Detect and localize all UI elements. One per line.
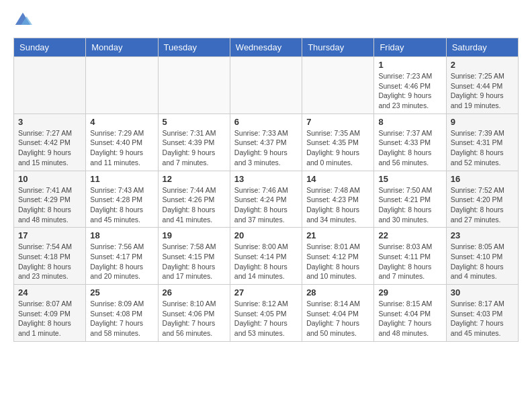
day-number: 20 <box>234 230 298 240</box>
day-number: 22 <box>378 230 441 240</box>
day-info: Sunrise: 7:46 AM Sunset: 4:24 PM Dayligh… <box>234 185 298 225</box>
day-info: Sunrise: 7:37 AM Sunset: 4:33 PM Dayligh… <box>378 128 441 168</box>
calendar-week-row: 1Sunrise: 7:23 AM Sunset: 4:46 PM Daylig… <box>14 57 519 114</box>
day-info: Sunrise: 8:10 AM Sunset: 4:06 PM Dayligh… <box>163 299 226 338</box>
day-info: Sunrise: 8:01 AM Sunset: 4:12 PM Dayligh… <box>306 242 369 281</box>
calendar-cell: 27Sunrise: 8:12 AM Sunset: 4:05 PM Dayli… <box>230 285 302 342</box>
calendar: SundayMondayTuesdayWednesdayThursdayFrid… <box>13 38 519 342</box>
day-info: Sunrise: 7:39 AM Sunset: 4:31 PM Dayligh… <box>451 128 514 168</box>
day-info: Sunrise: 8:07 AM Sunset: 4:09 PM Dayligh… <box>18 299 81 338</box>
calendar-cell: 18Sunrise: 7:56 AM Sunset: 4:17 PM Dayli… <box>86 228 158 285</box>
calendar-cell: 16Sunrise: 7:52 AM Sunset: 4:20 PM Dayli… <box>446 171 518 228</box>
day-number: 7 <box>306 117 369 127</box>
day-number: 3 <box>18 117 81 127</box>
calendar-week-row: 3Sunrise: 7:27 AM Sunset: 4:42 PM Daylig… <box>14 113 519 171</box>
day-info: Sunrise: 7:25 AM Sunset: 4:44 PM Dayligh… <box>451 71 514 111</box>
calendar-cell: 14Sunrise: 7:48 AM Sunset: 4:23 PM Dayli… <box>302 171 374 228</box>
day-info: Sunrise: 8:17 AM Sunset: 4:03 PM Dayligh… <box>451 299 514 338</box>
calendar-day-header: Thursday <box>302 38 374 57</box>
day-info: Sunrise: 8:00 AM Sunset: 4:14 PM Dayligh… <box>234 242 298 281</box>
calendar-cell: 23Sunrise: 8:05 AM Sunset: 4:10 PM Dayli… <box>446 228 518 285</box>
calendar-cell: 12Sunrise: 7:44 AM Sunset: 4:26 PM Dayli… <box>158 171 230 228</box>
calendar-cell: 2Sunrise: 7:25 AM Sunset: 4:44 PM Daylig… <box>446 57 518 114</box>
day-number: 26 <box>163 287 226 298</box>
calendar-cell: 28Sunrise: 8:14 AM Sunset: 4:04 PM Dayli… <box>302 285 374 342</box>
day-number: 12 <box>163 174 226 184</box>
calendar-day-header: Monday <box>86 38 158 57</box>
day-number: 16 <box>451 174 514 184</box>
calendar-cell: 7Sunrise: 7:35 AM Sunset: 4:35 PM Daylig… <box>302 113 374 171</box>
calendar-cell: 6Sunrise: 7:33 AM Sunset: 4:37 PM Daylig… <box>230 113 302 171</box>
calendar-cell: 5Sunrise: 7:31 AM Sunset: 4:39 PM Daylig… <box>158 113 230 171</box>
day-info: Sunrise: 7:43 AM Sunset: 4:28 PM Dayligh… <box>90 185 153 225</box>
day-info: Sunrise: 7:35 AM Sunset: 4:35 PM Dayligh… <box>306 128 369 168</box>
calendar-cell: 25Sunrise: 8:09 AM Sunset: 4:08 PM Dayli… <box>86 285 158 342</box>
day-info: Sunrise: 8:15 AM Sunset: 4:04 PM Dayligh… <box>378 299 441 338</box>
calendar-day-header: Friday <box>374 38 446 57</box>
calendar-cell: 8Sunrise: 7:37 AM Sunset: 4:33 PM Daylig… <box>374 113 446 171</box>
day-number: 1 <box>378 60 441 70</box>
day-info: Sunrise: 8:12 AM Sunset: 4:05 PM Dayligh… <box>234 299 298 338</box>
calendar-cell: 17Sunrise: 7:54 AM Sunset: 4:18 PM Dayli… <box>14 228 86 285</box>
day-info: Sunrise: 7:31 AM Sunset: 4:39 PM Dayligh… <box>163 128 226 168</box>
logo-icon <box>13 11 32 30</box>
day-number: 23 <box>451 230 514 240</box>
day-info: Sunrise: 7:56 AM Sunset: 4:17 PM Dayligh… <box>90 242 153 281</box>
day-number: 19 <box>163 230 226 240</box>
calendar-week-row: 24Sunrise: 8:07 AM Sunset: 4:09 PM Dayli… <box>14 285 519 342</box>
day-number: 29 <box>378 287 441 298</box>
day-number: 24 <box>18 287 81 298</box>
day-info: Sunrise: 7:29 AM Sunset: 4:40 PM Dayligh… <box>90 128 153 168</box>
day-number: 2 <box>451 60 514 70</box>
calendar-header-row: SundayMondayTuesdayWednesdayThursdayFrid… <box>14 38 519 57</box>
calendar-cell: 15Sunrise: 7:50 AM Sunset: 4:21 PM Dayli… <box>374 171 446 228</box>
day-number: 27 <box>234 287 298 298</box>
day-number: 30 <box>451 287 514 298</box>
calendar-cell: 1Sunrise: 7:23 AM Sunset: 4:46 PM Daylig… <box>374 57 446 114</box>
day-number: 9 <box>451 117 514 127</box>
day-info: Sunrise: 7:50 AM Sunset: 4:21 PM Dayligh… <box>378 185 441 225</box>
day-number: 28 <box>306 287 369 298</box>
day-number: 11 <box>90 174 153 184</box>
day-number: 15 <box>378 174 441 184</box>
calendar-cell: 4Sunrise: 7:29 AM Sunset: 4:40 PM Daylig… <box>86 113 158 171</box>
day-info: Sunrise: 7:48 AM Sunset: 4:23 PM Dayligh… <box>306 185 369 225</box>
calendar-cell: 26Sunrise: 8:10 AM Sunset: 4:06 PM Dayli… <box>158 285 230 342</box>
logo <box>13 11 35 30</box>
calendar-cell: 9Sunrise: 7:39 AM Sunset: 4:31 PM Daylig… <box>446 113 518 171</box>
day-info: Sunrise: 8:05 AM Sunset: 4:10 PM Dayligh… <box>451 242 514 281</box>
day-number: 21 <box>306 230 369 240</box>
calendar-day-header: Wednesday <box>230 38 302 57</box>
calendar-cell: 3Sunrise: 7:27 AM Sunset: 4:42 PM Daylig… <box>14 113 86 171</box>
day-info: Sunrise: 7:44 AM Sunset: 4:26 PM Dayligh… <box>163 185 226 225</box>
day-number: 4 <box>90 117 153 127</box>
calendar-cell: 19Sunrise: 7:58 AM Sunset: 4:15 PM Dayli… <box>158 228 230 285</box>
calendar-cell <box>302 57 374 114</box>
calendar-cell: 20Sunrise: 8:00 AM Sunset: 4:14 PM Dayli… <box>230 228 302 285</box>
calendar-cell: 13Sunrise: 7:46 AM Sunset: 4:24 PM Dayli… <box>230 171 302 228</box>
calendar-cell: 22Sunrise: 8:03 AM Sunset: 4:11 PM Dayli… <box>374 228 446 285</box>
day-info: Sunrise: 7:23 AM Sunset: 4:46 PM Dayligh… <box>378 71 441 111</box>
calendar-cell: 21Sunrise: 8:01 AM Sunset: 4:12 PM Dayli… <box>302 228 374 285</box>
day-number: 6 <box>234 117 298 127</box>
day-info: Sunrise: 7:58 AM Sunset: 4:15 PM Dayligh… <box>163 242 226 281</box>
day-info: Sunrise: 8:03 AM Sunset: 4:11 PM Dayligh… <box>378 242 441 281</box>
day-number: 8 <box>378 117 441 127</box>
calendar-cell: 30Sunrise: 8:17 AM Sunset: 4:03 PM Dayli… <box>446 285 518 342</box>
day-info: Sunrise: 7:41 AM Sunset: 4:29 PM Dayligh… <box>18 185 81 225</box>
day-number: 14 <box>306 174 369 184</box>
calendar-week-row: 10Sunrise: 7:41 AM Sunset: 4:29 PM Dayli… <box>14 171 519 228</box>
calendar-cell <box>14 57 86 114</box>
calendar-cell: 11Sunrise: 7:43 AM Sunset: 4:28 PM Dayli… <box>86 171 158 228</box>
day-number: 10 <box>18 174 81 184</box>
calendar-cell: 24Sunrise: 8:07 AM Sunset: 4:09 PM Dayli… <box>14 285 86 342</box>
calendar-cell <box>230 57 302 114</box>
calendar-cell <box>158 57 230 114</box>
day-info: Sunrise: 7:33 AM Sunset: 4:37 PM Dayligh… <box>234 128 298 168</box>
day-number: 17 <box>18 230 81 240</box>
day-number: 25 <box>90 287 153 298</box>
day-info: Sunrise: 7:27 AM Sunset: 4:42 PM Dayligh… <box>18 128 81 168</box>
day-number: 18 <box>90 230 153 240</box>
calendar-cell: 10Sunrise: 7:41 AM Sunset: 4:29 PM Dayli… <box>14 171 86 228</box>
day-number: 13 <box>234 174 298 184</box>
